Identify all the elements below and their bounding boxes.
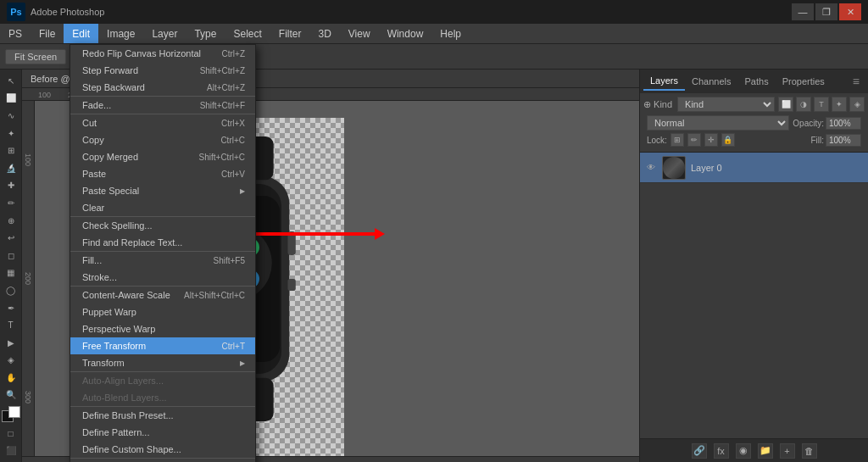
kind-row: ⊕ Kind Kind ⬜ ◑ T ✦ ◈: [643, 97, 865, 112]
menu-step-forward[interactable]: Step Forward Shift+Ctrl+Z: [70, 62, 255, 79]
menu-filter[interactable]: Filter: [270, 24, 310, 43]
layers-list: 👁 Layer 0: [640, 153, 868, 438]
tool-history-brush[interactable]: ↩: [2, 230, 20, 246]
tab-layers[interactable]: Layers: [643, 72, 685, 91]
layer-filter-shape[interactable]: ✦: [832, 97, 847, 112]
menu-view[interactable]: View: [340, 24, 379, 43]
menu-file[interactable]: File: [31, 24, 64, 43]
menu-edit[interactable]: Edit: [64, 24, 98, 43]
menu-image[interactable]: Image: [98, 24, 143, 43]
tool-marquee[interactable]: ⬜: [2, 91, 20, 107]
left-ruler: 100 200 300: [22, 101, 35, 456]
layer-row[interactable]: 👁 Layer 0: [640, 153, 868, 183]
delete-layer-button[interactable]: 🗑: [802, 443, 817, 459]
tool-screen-mode[interactable]: ⬛: [2, 443, 20, 459]
menu-redo[interactable]: Redo Flip Canvas Horizontal Ctrl+Z: [70, 45, 255, 62]
menu-puppet-warp[interactable]: Puppet Warp: [70, 303, 255, 320]
layer-mask-button[interactable]: ◉: [736, 443, 751, 459]
layer-filter-type[interactable]: T: [814, 97, 829, 112]
close-button[interactable]: ✕: [839, 3, 861, 20]
menu-copy-merged[interactable]: Copy Merged Shift+Ctrl+C: [70, 148, 255, 165]
edit-dropdown-menu[interactable]: Redo Flip Canvas Horizontal Ctrl+Z Step …: [70, 44, 256, 462]
tool-eyedropper[interactable]: 🔬: [2, 160, 20, 176]
tool-clone[interactable]: ⊕: [2, 213, 20, 229]
tool-shape[interactable]: ◈: [2, 353, 20, 369]
layer-filter-pixel[interactable]: ⬜: [778, 97, 793, 112]
lock-transparent[interactable]: ⊞: [670, 133, 684, 147]
layer-filter-adjust[interactable]: ◑: [796, 97, 811, 112]
menu-section-1: Redo Flip Canvas Horizontal Ctrl+Z Step …: [70, 45, 255, 97]
menu-type[interactable]: Type: [186, 24, 225, 43]
menu-stroke[interactable]: Stroke...: [70, 269, 255, 286]
menu-section-5: Fill... Shift+F5 Stroke...: [70, 252, 255, 287]
tool-mode-standard[interactable]: □: [2, 426, 20, 442]
tool-crop[interactable]: ⊞: [2, 142, 20, 159]
lock-position[interactable]: ✛: [704, 133, 718, 147]
maximize-button[interactable]: ❐: [815, 3, 837, 20]
tool-magic-wand[interactable]: ✦: [2, 125, 20, 142]
menu-define-brush[interactable]: Define Brush Preset...: [70, 407, 255, 424]
title-text: Adobe Photoshop: [31, 7, 104, 17]
menu-free-transform[interactable]: Free Transform Ctrl+T: [70, 337, 255, 354]
panel-options-icon[interactable]: ≡: [848, 75, 865, 88]
menu-section-2: Fade... Shift+Ctrl+F: [70, 97, 255, 114]
tab-paths[interactable]: Paths: [738, 73, 776, 90]
tool-healing[interactable]: ✚: [2, 178, 20, 194]
menu-layer[interactable]: Layer: [143, 24, 186, 43]
kind-select[interactable]: Kind: [677, 97, 775, 112]
lock-all[interactable]: 🔒: [721, 133, 735, 147]
menu-auto-align[interactable]: Auto-Align Layers...: [70, 372, 255, 389]
tool-dodge[interactable]: ◯: [2, 282, 20, 298]
tool-brush[interactable]: ✏: [2, 195, 20, 211]
tool-hand[interactable]: ✋: [2, 370, 20, 386]
panel-footer: 🔗 fx ◉ 📁 + 🗑: [640, 438, 868, 462]
menu-find-replace[interactable]: Find and Replace Text...: [70, 234, 255, 251]
tool-zoom[interactable]: 🔍: [2, 387, 20, 404]
minimize-button[interactable]: —: [792, 3, 814, 20]
tool-lasso[interactable]: ∿: [2, 108, 20, 124]
menu-clear[interactable]: Clear: [70, 199, 255, 216]
menu-section-7: Auto-Align Layers... Auto-Blend Layers..…: [70, 372, 255, 407]
fill-input[interactable]: [826, 134, 861, 147]
menu-define-shape[interactable]: Define Custom Shape...: [70, 441, 255, 458]
tab-properties[interactable]: Properties: [776, 73, 832, 90]
tool-pen[interactable]: ✒: [2, 300, 20, 316]
tool-path-selection[interactable]: ▶: [2, 335, 20, 351]
menu-ps[interactable]: PS: [0, 24, 31, 43]
menu-fade[interactable]: Fade... Shift+Ctrl+F: [70, 97, 255, 114]
menu-3d[interactable]: 3D: [309, 24, 339, 43]
new-layer-button[interactable]: +: [780, 443, 795, 459]
new-group-button[interactable]: 📁: [758, 443, 773, 459]
tool-move[interactable]: ↖: [2, 73, 20, 89]
opacity-input[interactable]: [826, 117, 861, 130]
menu-perspective-warp[interactable]: Perspective Warp: [70, 320, 255, 337]
menu-transform[interactable]: Transform ▶: [70, 354, 255, 371]
menu-purge[interactable]: Purge ▶: [70, 459, 255, 462]
menu-window[interactable]: Window: [379, 24, 432, 43]
menu-check-spelling[interactable]: Check Spelling...: [70, 217, 255, 234]
layer-visibility-icon[interactable]: 👁: [645, 162, 657, 174]
menu-paste[interactable]: Paste Ctrl+V: [70, 165, 255, 182]
link-layers-button[interactable]: 🔗: [692, 443, 707, 459]
fit-screen-button[interactable]: Fit Screen: [5, 49, 66, 64]
tool-text[interactable]: T: [2, 317, 20, 333]
menu-content-aware-scale[interactable]: Content-Aware Scale Alt+Shift+Ctrl+C: [70, 287, 255, 303]
menu-fill[interactable]: Fill... Shift+F5: [70, 252, 255, 269]
menu-auto-blend[interactable]: Auto-Blend Layers...: [70, 389, 255, 406]
tool-gradient[interactable]: ▦: [2, 265, 20, 281]
foreground-background-color[interactable]: [2, 406, 20, 422]
menu-define-pattern[interactable]: Define Pattern...: [70, 424, 255, 441]
layer-filter-smart[interactable]: ◈: [849, 97, 865, 112]
menu-step-backward[interactable]: Step Backward Alt+Ctrl+Z: [70, 79, 255, 96]
menu-copy[interactable]: Copy Ctrl+C: [70, 131, 255, 148]
menu-cut[interactable]: Cut Ctrl+X: [70, 114, 255, 131]
blend-mode-select[interactable]: Normal: [647, 115, 789, 131]
menu-paste-special[interactable]: Paste Special ▶: [70, 182, 255, 199]
menu-help[interactable]: Help: [431, 24, 470, 43]
lock-image[interactable]: ✏: [687, 133, 701, 147]
tool-eraser[interactable]: ◻: [2, 248, 20, 264]
menu-select[interactable]: Select: [225, 24, 270, 43]
opacity-label: Opacity:: [793, 119, 824, 128]
tab-channels[interactable]: Channels: [685, 73, 737, 90]
layer-styles-button[interactable]: fx: [714, 443, 729, 459]
